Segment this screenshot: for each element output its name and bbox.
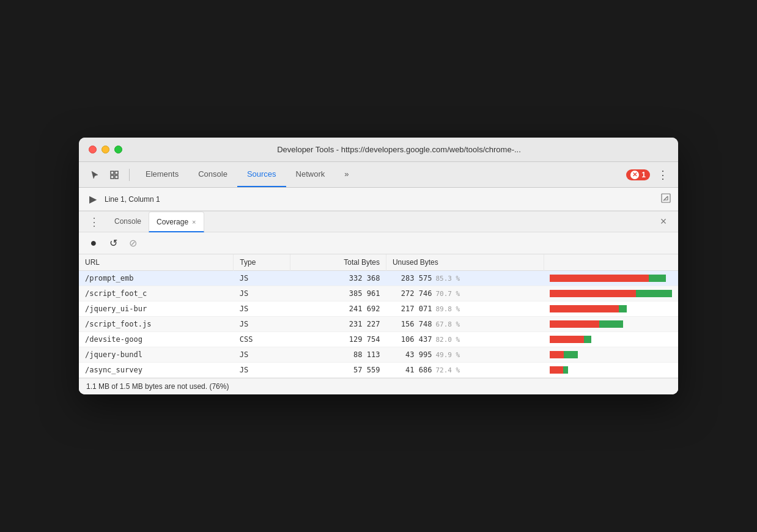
- cell-total-bytes: 88 113: [290, 347, 386, 363]
- coverage-table-container: URL Type Total Bytes Unused Bytes /promp…: [79, 254, 678, 378]
- toolbar-divider: [129, 169, 130, 181]
- footer-text: 1.1 MB of 1.5 MB bytes are not used. (76…: [86, 382, 229, 391]
- cell-total-bytes: 385 961: [290, 286, 386, 301]
- maximize-button[interactable]: [114, 146, 122, 153]
- cell-unused-bytes: 41 68672.4 %: [386, 363, 544, 378]
- tab-more[interactable]: »: [334, 162, 358, 187]
- coverage-toolbar: ● ↺ ⊘: [79, 232, 678, 254]
- svg-rect-3: [115, 175, 118, 179]
- table-row[interactable]: /jquery_ui-burJS241 692217 07189.8 %: [79, 301, 678, 317]
- table-row[interactable]: /devsite-googCSS129 754106 43782.0 %: [79, 332, 678, 347]
- cursor-icon[interactable]: [86, 166, 103, 183]
- error-badge[interactable]: ✕ 1: [626, 169, 650, 180]
- bar-used: [584, 336, 591, 343]
- bar-used: [619, 305, 627, 312]
- reload-button[interactable]: ↺: [106, 236, 120, 251]
- tab-network[interactable]: Network: [286, 162, 335, 187]
- col-total: Total Bytes: [290, 254, 386, 271]
- panel-tabs: ⋮ Console Coverage × ×: [79, 212, 678, 232]
- table-row[interactable]: /async_surveyJS57 55941 68672.4 %: [79, 363, 678, 378]
- cell-type: JS: [234, 347, 290, 363]
- window-title: Developer Tools - https://developers.goo…: [130, 145, 668, 154]
- expand-icon[interactable]: [661, 193, 671, 205]
- panel-tab-close-icon[interactable]: ×: [192, 218, 196, 226]
- table-header: URL Type Total Bytes Unused Bytes: [79, 254, 678, 271]
- cell-bar: [544, 271, 678, 286]
- bar-used: [564, 351, 578, 358]
- bar-used: [649, 275, 666, 282]
- cell-bar: [544, 347, 678, 363]
- col-type: Type: [234, 254, 290, 271]
- cell-bar: [544, 332, 678, 347]
- cell-unused-bytes: 156 74867.8 %: [386, 317, 544, 332]
- record-button[interactable]: ●: [86, 236, 101, 251]
- table-row[interactable]: /script_foot.jsJS231 227156 74867.8 %: [79, 317, 678, 332]
- tab-nav: Elements Console Sources Network »: [136, 162, 624, 187]
- bar-used: [563, 366, 568, 374]
- bar-unused: [550, 351, 564, 358]
- cell-type: CSS: [234, 332, 290, 347]
- bar-unused: [550, 320, 599, 328]
- clear-button[interactable]: ⊘: [125, 236, 140, 251]
- cell-bar: [544, 286, 678, 301]
- bar-unused: [550, 366, 563, 374]
- panel-tab-console[interactable]: Console: [107, 212, 149, 232]
- bar-unused: [550, 290, 636, 297]
- cell-url: /devsite-goog: [79, 332, 234, 347]
- cell-bar: [544, 363, 678, 378]
- tab-elements[interactable]: Elements: [136, 162, 188, 187]
- bar-unused: [550, 305, 619, 312]
- cell-unused-bytes: 283 57585.3 %: [386, 271, 544, 286]
- traffic-lights: [89, 146, 122, 153]
- main-toolbar: Elements Console Sources Network » ✕ 1 ⋮: [79, 162, 678, 188]
- table-body: /prompt_embJS332 368283 57585.3 % /scrip…: [79, 271, 678, 378]
- cell-total-bytes: 332 368: [290, 271, 386, 286]
- table-row[interactable]: /script_foot_cJS385 961272 74670.7 %: [79, 286, 678, 301]
- cell-unused-bytes: 43 99549.9 %: [386, 347, 544, 363]
- panel-tab-coverage[interactable]: Coverage ×: [149, 212, 204, 232]
- table-row[interactable]: /jquery-bundlJS88 11343 99549.9 %: [79, 347, 678, 363]
- cell-type: JS: [234, 301, 290, 317]
- toolbar-right: ✕ 1 ⋮: [626, 166, 671, 184]
- close-button[interactable]: [89, 146, 97, 153]
- cell-url: /async_survey: [79, 363, 234, 378]
- cell-unused-bytes: 217 07189.8 %: [386, 301, 544, 317]
- minimize-button[interactable]: [102, 146, 109, 153]
- cell-url: /script_foot.js: [79, 317, 234, 332]
- footer-bar: 1.1 MB of 1.5 MB bytes are not used. (76…: [79, 378, 678, 394]
- bar-used: [636, 290, 672, 297]
- cell-url: /jquery_ui-bur: [79, 301, 234, 317]
- tab-console[interactable]: Console: [188, 162, 237, 187]
- cell-bar: [544, 301, 678, 317]
- cell-unused-bytes: 106 43782.0 %: [386, 332, 544, 347]
- cell-unused-bytes: 272 74670.7 %: [386, 286, 544, 301]
- cell-type: JS: [234, 363, 290, 378]
- svg-rect-2: [111, 175, 114, 179]
- cell-type: JS: [234, 271, 290, 286]
- cell-total-bytes: 241 692: [290, 301, 386, 317]
- table-row[interactable]: /prompt_embJS332 368283 57585.3 %: [79, 271, 678, 286]
- cell-type: JS: [234, 317, 290, 332]
- cell-total-bytes: 57 559: [290, 363, 386, 378]
- cell-url: /prompt_emb: [79, 271, 234, 286]
- tab-sources[interactable]: Sources: [237, 162, 286, 187]
- cell-total-bytes: 231 227: [290, 317, 386, 332]
- panel-close-button[interactable]: ×: [656, 215, 671, 229]
- cell-type: JS: [234, 286, 290, 301]
- devtools-window: Developer Tools - https://developers.goo…: [79, 138, 678, 394]
- bar-unused: [550, 336, 584, 343]
- cell-total-bytes: 129 754: [290, 332, 386, 347]
- title-bar: Developer Tools - https://developers.goo…: [79, 138, 678, 162]
- inspect-icon[interactable]: [106, 166, 123, 183]
- coverage-table: URL Type Total Bytes Unused Bytes /promp…: [79, 254, 678, 378]
- secondary-bar: ▶ Line 1, Column 1: [79, 188, 678, 211]
- bar-used: [599, 320, 623, 328]
- bar-unused: [550, 275, 649, 282]
- svg-rect-0: [111, 171, 114, 174]
- col-bar: [544, 254, 678, 271]
- bottom-panel: ⋮ Console Coverage × × ● ↺ ⊘ URL Type: [79, 211, 678, 394]
- panel-more-button[interactable]: ⋮: [86, 214, 102, 230]
- play-icon[interactable]: ▶: [86, 193, 100, 206]
- more-menu-button[interactable]: ⋮: [655, 166, 671, 184]
- error-count: 1: [641, 171, 646, 179]
